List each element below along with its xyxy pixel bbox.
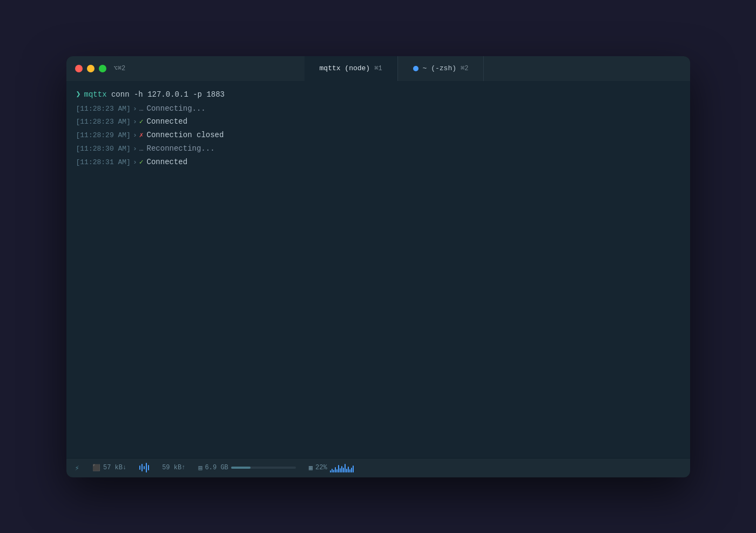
log-arrow-3: › [133, 130, 137, 141]
cpu-usage: ▦ 22% [309, 463, 354, 473]
spark-bar [338, 465, 339, 473]
memory-icon: ▤ [198, 464, 202, 472]
network-download: ⬛ 57 kB↓ [92, 464, 126, 472]
tab-mqttx[interactable]: mqttx (node) ⌘1 [305, 56, 398, 81]
spark-bar [336, 469, 338, 473]
cpu-icon: ▦ [309, 464, 313, 472]
cross-icon: ✗ [139, 130, 144, 141]
graph-bar [144, 466, 145, 469]
spark-bar [348, 467, 349, 473]
log-line-connecting: [11:28:23 AM] › … Connecting... [76, 103, 680, 115]
network-icon: ⬛ [92, 464, 100, 472]
message-closed: Connection closed [147, 129, 224, 141]
log-line-connected-1: [11:28:23 AM] › ✓ Connected [76, 116, 680, 128]
tab-mqttx-label: mqttx (node) [320, 64, 370, 72]
memory-label: 6.9 GB [205, 464, 228, 471]
spark-bar [345, 464, 346, 473]
tab-zsh[interactable]: ~ (-zsh) ⌘2 [398, 56, 484, 81]
graph-bar [141, 464, 143, 471]
spark-bar [346, 469, 347, 473]
check-icon-1: ✓ [139, 117, 144, 128]
command-line: ❯ mqttx conn -h 127.0.0.1 -p 1883 [76, 89, 680, 102]
cmd-name: mqttx [84, 90, 107, 99]
close-button[interactable] [75, 65, 83, 72]
spark-bar [330, 470, 331, 473]
message-connected-2: Connected [147, 156, 188, 168]
spark-bar [351, 468, 352, 473]
spark-bar [353, 465, 354, 473]
log-arrow-1: › [133, 104, 137, 115]
network-upload: 59 kB↑ [162, 464, 185, 471]
tab-mqttx-shortcut: ⌘1 [374, 64, 382, 72]
graph-bar [139, 465, 140, 470]
tab-dot-icon [413, 66, 418, 71]
timestamp-4: [11:28:30 AM] [76, 144, 131, 155]
network-graph [139, 463, 149, 473]
tab-zsh-shortcut: ⌘2 [461, 64, 468, 72]
log-arrow-4: › [133, 144, 137, 155]
pane-indicator: ⚡ [75, 463, 79, 473]
tab-section: mqttx (node) ⌘1 ~ (-zsh) ⌘2 [207, 56, 582, 81]
command-text: mqttx conn -h 127.0.0.1 -p 1883 [84, 89, 225, 100]
timestamp-5: [11:28:31 AM] [76, 157, 131, 168]
message-connected-1: Connected [147, 116, 188, 127]
spark-bar [343, 468, 344, 473]
log-arrow-2: › [133, 117, 137, 128]
cpu-sparkline [330, 463, 354, 473]
spark-bar [335, 467, 336, 473]
terminal-content[interactable]: ❯ mqttx conn -h 127.0.0.1 -p 1883 [11:28… [66, 81, 690, 458]
upload-label: 59 kB↑ [162, 464, 185, 471]
prompt-arrow: ❯ [76, 89, 81, 102]
title-bar: ⌥⌘2 mqttx (node) ⌘1 ~ (-zsh) ⌘2 [66, 56, 690, 81]
spark-bar [332, 469, 333, 473]
window-shortcut: ⌥⌘2 [114, 64, 126, 72]
ellipsis-icon-1: … [139, 104, 144, 115]
log-line-closed: [11:28:29 AM] › ✗ Connection closed [76, 129, 680, 141]
status-bar: ⚡ ⬛ 57 kB↓ 59 kB↑ ▤ 6.9 GB ▦ 22% [66, 458, 690, 477]
minimize-button[interactable] [87, 65, 94, 72]
memory-fill [231, 467, 251, 469]
graph-bar [146, 463, 147, 473]
graph-bar [148, 465, 149, 470]
log-line-connected-2: [11:28:31 AM] › ✓ Connected [76, 156, 680, 168]
check-icon-2: ✓ [139, 157, 144, 168]
download-label: 57 kB↓ [103, 464, 126, 471]
pane-icon: ⚡ [75, 463, 79, 473]
timestamp-2: [11:28:23 AM] [76, 117, 131, 128]
memory-bar [231, 467, 296, 469]
terminal-window: ⌥⌘2 mqttx (node) ⌘1 ~ (-zsh) ⌘2 ❯ mqttx … [66, 56, 690, 477]
maximize-button[interactable] [99, 65, 106, 72]
memory-usage: ▤ 6.9 GB [198, 464, 295, 472]
spark-bar [333, 470, 334, 473]
spark-bar [340, 468, 341, 473]
log-line-reconnecting: [11:28:30 AM] › … Reconnecting... [76, 143, 680, 155]
tab-zsh-label: ~ (-zsh) [423, 64, 456, 72]
message-connecting: Connecting... [147, 103, 206, 114]
ellipsis-icon-2: … [139, 144, 144, 155]
spark-bar [341, 466, 342, 473]
traffic-lights: ⌥⌘2 [66, 64, 207, 72]
log-arrow-5: › [133, 157, 137, 168]
timestamp-1: [11:28:23 AM] [76, 104, 131, 115]
timestamp-3: [11:28:29 AM] [76, 130, 131, 141]
cmd-args: conn -h 127.0.0.1 -p 1883 [111, 90, 225, 99]
message-reconnecting: Reconnecting... [147, 143, 215, 154]
spark-bar [349, 469, 350, 473]
cpu-label: 22% [315, 464, 327, 471]
